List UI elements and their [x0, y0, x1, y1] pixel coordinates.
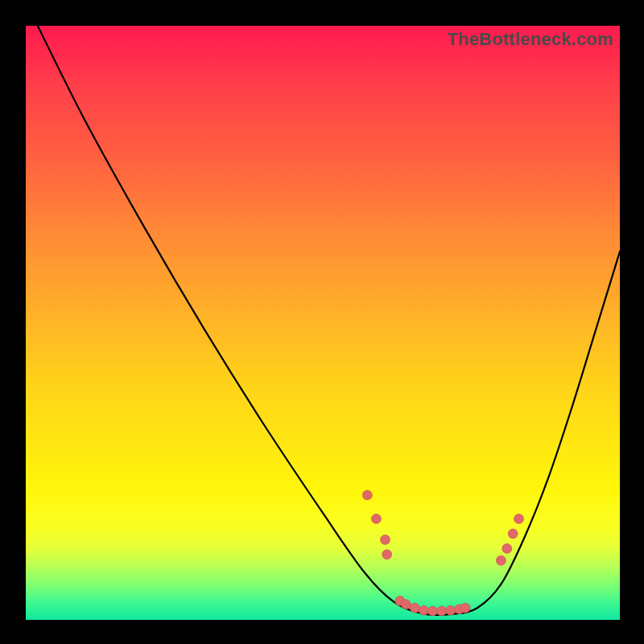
marker-dot	[410, 603, 419, 613]
marker-dot	[371, 514, 381, 524]
chart-frame: TheBottleneck.com	[24, 24, 621, 621]
marker-dot	[382, 550, 392, 559]
marker-dot	[437, 606, 447, 616]
watermark-text: TheBottleneck.com	[448, 29, 613, 50]
marker-dot	[428, 606, 438, 616]
marker-dot	[496, 555, 506, 565]
marker-dot	[502, 543, 512, 553]
marker-dot	[446, 605, 456, 615]
marker-dot	[362, 490, 372, 500]
marker-dot	[381, 535, 390, 544]
marker-dot	[514, 514, 524, 524]
marker-dot	[419, 605, 429, 615]
marker-dot	[460, 603, 470, 613]
marker-dot	[508, 529, 518, 539]
marker-dot	[401, 600, 411, 609]
plot-svg	[26, 26, 620, 620]
bottleneck-curve	[38, 26, 620, 615]
